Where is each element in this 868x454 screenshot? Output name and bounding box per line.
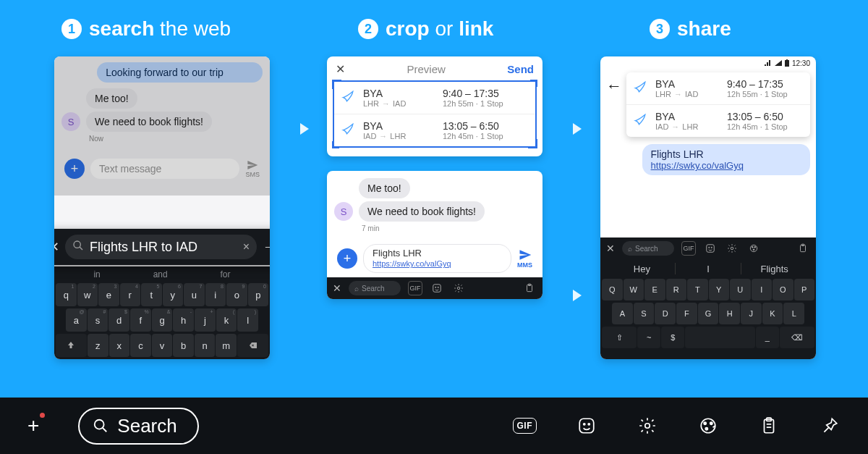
key[interactable]: a@: [66, 308, 87, 332]
key[interactable]: g&: [152, 308, 173, 332]
key[interactable]: c: [130, 334, 151, 357]
key[interactable]: E: [644, 279, 665, 300]
key[interactable]: v: [152, 334, 173, 357]
key[interactable]: m: [216, 334, 237, 357]
attach-button[interactable]: +: [337, 248, 357, 269]
key[interactable]: h-: [173, 308, 194, 332]
close-icon[interactable]: ✕: [336, 62, 345, 76]
sticker-icon[interactable]: [430, 281, 444, 295]
clipboard-icon[interactable]: [522, 281, 537, 295]
flow-arrow-icon: [300, 123, 309, 135]
close-icon[interactable]: ✕: [54, 239, 59, 255]
key[interactable]: I: [752, 279, 773, 300]
key[interactable]: L: [783, 303, 804, 324]
back-button[interactable]: ←: [606, 72, 622, 96]
backspace-key[interactable]: [237, 334, 268, 357]
key[interactable]: z: [88, 334, 109, 357]
close-icon[interactable]: ✕: [333, 282, 341, 294]
key[interactable]: u7: [184, 283, 205, 306]
key[interactable]: o9: [226, 283, 247, 306]
link-title: Flights LHR: [373, 248, 502, 259]
search-input[interactable]: Flights LHR to IAD ×: [65, 235, 257, 259]
compose-input[interactable]: Text message: [90, 159, 239, 179]
key[interactable]: P: [794, 279, 815, 300]
suggestion[interactable]: I: [676, 264, 741, 274]
suggestion[interactable]: Flights: [741, 264, 807, 274]
toolbar-search[interactable]: ⌕Search: [349, 281, 401, 295]
key[interactable]: d$: [109, 308, 129, 332]
key[interactable]: t5: [141, 283, 162, 306]
key[interactable]: S: [634, 303, 655, 324]
gear-icon[interactable]: [725, 241, 739, 256]
send-mms-button[interactable]: MMS: [517, 248, 532, 269]
compose-input[interactable]: Flights LHR https://swky.co/valGyq: [363, 244, 511, 273]
gear-icon[interactable]: [637, 415, 658, 437]
key[interactable]: O: [773, 279, 793, 300]
key[interactable]: b: [173, 334, 194, 357]
key[interactable]: J: [741, 303, 762, 324]
shift-key[interactable]: [56, 334, 87, 357]
key[interactable]: U: [730, 279, 751, 300]
signal-icon: [765, 60, 772, 66]
suggestion[interactable]: and: [153, 269, 168, 279]
clear-icon[interactable]: ×: [243, 240, 250, 253]
suggestion[interactable]: in: [93, 269, 100, 279]
plus-button[interactable]: +: [27, 414, 39, 437]
key[interactable]: k(: [216, 308, 237, 332]
suggestion[interactable]: for: [221, 269, 231, 279]
attach-button[interactable]: +: [64, 159, 85, 179]
key[interactable]: Q: [602, 279, 623, 300]
sticker-icon[interactable]: [703, 241, 718, 256]
shift-key[interactable]: ⇧: [602, 327, 637, 348]
theme-icon[interactable]: [697, 415, 719, 437]
incoming-message: We need to book flights!: [86, 112, 212, 132]
key[interactable]: i8: [205, 283, 226, 306]
wifi-icon: [775, 60, 782, 66]
suggestion[interactable]: Hey: [609, 264, 675, 274]
key[interactable]: R: [666, 279, 687, 300]
clipboard-icon[interactable]: [796, 241, 810, 256]
key[interactable]: f%: [130, 308, 151, 332]
step-badge: 3: [650, 19, 670, 39]
search-pill[interactable]: Search: [78, 408, 198, 445]
sticker-icon[interactable]: [576, 415, 597, 437]
backspace-key[interactable]: ⌫: [780, 327, 814, 348]
crop-frame[interactable]: BYALHR → IAD9:40 – 17:3512h 55m · 1 Stop…: [333, 80, 537, 148]
space-key[interactable]: [685, 327, 754, 348]
key[interactable]: T: [687, 279, 708, 300]
key[interactable]: n: [195, 334, 216, 357]
key[interactable]: p0: [248, 283, 269, 306]
key[interactable]: s#: [88, 308, 109, 332]
key[interactable]: x: [109, 334, 130, 357]
key[interactable]: w2: [77, 283, 98, 306]
gif-icon[interactable]: GIF: [408, 281, 422, 295]
key[interactable]: A: [612, 303, 633, 324]
key[interactable]: j+: [195, 308, 216, 332]
key[interactable]: e3: [98, 283, 119, 306]
send-sms-button[interactable]: SMS: [245, 159, 260, 178]
key[interactable]: W: [624, 279, 644, 300]
gif-icon[interactable]: GIF: [681, 241, 696, 256]
key[interactable]: y6: [163, 283, 184, 306]
svg-point-18: [754, 246, 756, 248]
submit-search-button[interactable]: →: [263, 240, 270, 255]
theme-icon[interactable]: [746, 241, 761, 256]
key[interactable]: F: [676, 303, 697, 324]
close-icon[interactable]: ✕: [606, 243, 615, 254]
sep-key: $: [661, 327, 684, 348]
toolbar-search[interactable]: ⌕Search: [622, 241, 674, 256]
key[interactable]: l): [237, 308, 258, 332]
key[interactable]: K: [762, 303, 783, 324]
clipboard-icon[interactable]: [758, 415, 780, 437]
key[interactable]: D: [655, 303, 676, 324]
key[interactable]: G: [698, 303, 719, 324]
gear-icon[interactable]: [451, 281, 466, 295]
key[interactable]: H: [719, 303, 740, 324]
gif-icon[interactable]: GIF: [513, 418, 537, 434]
send-button[interactable]: Send: [507, 63, 534, 75]
key[interactable]: q1: [56, 283, 77, 306]
key[interactable]: r4: [120, 283, 141, 306]
pin-icon[interactable]: [819, 415, 841, 437]
key[interactable]: Y: [709, 279, 730, 300]
keyboard: in and for q1w2e3r4t5y6u7i8o9p0 a@s#d$f%…: [54, 266, 270, 359]
